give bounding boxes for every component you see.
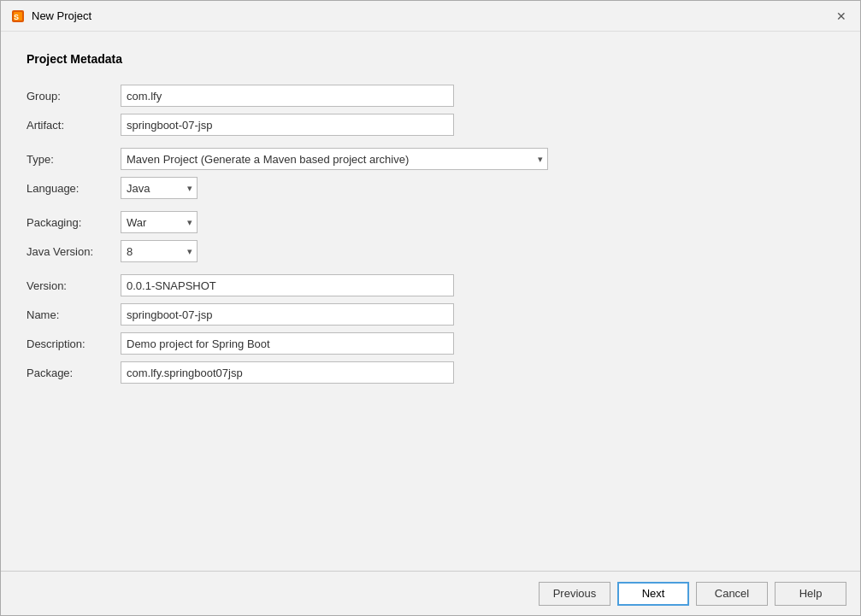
title-bar: S New Project ✕ <box>1 1 860 32</box>
java-version-field: 8 11 17 <box>121 237 834 266</box>
close-button[interactable]: ✕ <box>833 8 850 25</box>
language-select[interactable]: Java Kotlin Groovy <box>121 177 198 199</box>
form-table: Group: Artifact: Type: Maven Project (Ge… <box>27 81 834 387</box>
package-label: Package: <box>27 361 121 384</box>
description-input[interactable] <box>121 332 454 355</box>
previous-button[interactable]: Previous <box>539 582 610 606</box>
artifact-input[interactable] <box>121 114 454 136</box>
name-input[interactable] <box>121 303 454 326</box>
help-button[interactable]: Help <box>775 582 846 606</box>
packaging-select[interactable]: Jar War <box>121 211 198 233</box>
type-select[interactable]: Maven Project (Generate a Maven based pr… <box>121 148 548 170</box>
language-label: Language: <box>27 177 121 200</box>
title-bar-left: S New Project <box>11 9 91 23</box>
app-icon: S <box>11 9 25 23</box>
group-input[interactable] <box>121 85 454 107</box>
new-project-dialog: S New Project ✕ Project Metadata Group: … <box>0 0 861 616</box>
svg-text:S: S <box>14 13 19 21</box>
package-input[interactable] <box>121 361 454 384</box>
java-version-select-wrapper: 8 11 17 <box>121 240 198 262</box>
dialog-content: Project Metadata Group: Artifact: Type: … <box>1 32 860 571</box>
name-label: Name: <box>27 303 121 326</box>
version-field <box>121 271 834 300</box>
artifact-field <box>121 110 834 139</box>
version-label: Version: <box>27 274 121 297</box>
section-title: Project Metadata <box>27 52 834 66</box>
type-field: Maven Project (Generate a Maven based pr… <box>121 144 834 173</box>
next-button[interactable]: Next <box>617 582 689 606</box>
group-field <box>121 81 834 110</box>
description-field <box>121 329 834 358</box>
description-label: Description: <box>27 332 121 355</box>
language-field: Java Kotlin Groovy <box>121 173 834 202</box>
packaging-select-wrapper: Jar War <box>121 211 198 233</box>
type-label: Type: <box>27 148 121 171</box>
group-label: Group: <box>27 85 121 108</box>
java-version-label: Java Version: <box>27 240 121 263</box>
java-version-select[interactable]: 8 11 17 <box>121 240 198 262</box>
cancel-button[interactable]: Cancel <box>696 582 768 606</box>
type-select-wrapper: Maven Project (Generate a Maven based pr… <box>121 148 548 170</box>
package-field <box>121 358 834 387</box>
language-select-wrapper: Java Kotlin Groovy <box>121 177 198 199</box>
packaging-label: Packaging: <box>27 211 121 234</box>
packaging-field: Jar War <box>121 208 834 237</box>
artifact-label: Artifact: <box>27 114 121 137</box>
dialog-footer: Previous Next Cancel Help <box>1 571 860 615</box>
dialog-title: New Project <box>32 9 91 22</box>
version-input[interactable] <box>121 274 454 296</box>
name-field <box>121 300 834 329</box>
